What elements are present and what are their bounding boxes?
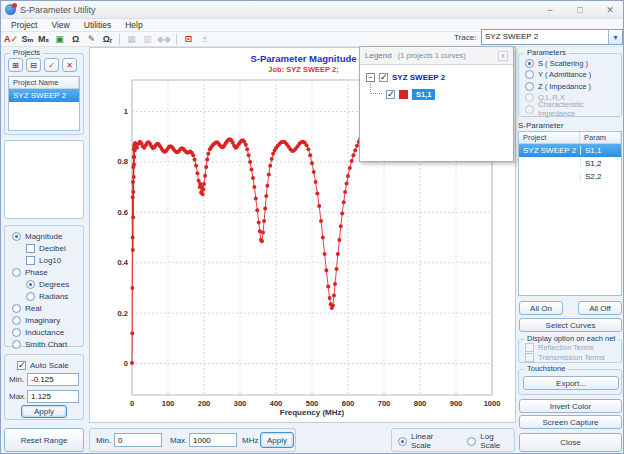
radio-s-scattering[interactable] bbox=[525, 59, 534, 68]
radio-degrees[interactable] bbox=[26, 280, 35, 289]
x-tick-label: 0 bbox=[130, 399, 134, 408]
trace-combobox-value: SYZ SWEEP 2 bbox=[482, 30, 608, 44]
radio-real[interactable] bbox=[12, 304, 21, 313]
confirm-project-button[interactable]: ✓ bbox=[44, 58, 59, 72]
option-decibel[interactable]: Decibel bbox=[26, 242, 83, 254]
parameter-z-impedance[interactable]: Z ( Impedance ) bbox=[525, 81, 621, 92]
empty-listbox[interactable] bbox=[4, 140, 84, 219]
legend-project-checkbox[interactable] bbox=[379, 73, 388, 82]
radio-radians[interactable] bbox=[26, 292, 35, 301]
option-inductance[interactable]: Inductance bbox=[12, 326, 83, 338]
project-row[interactable]: SYZ SWEEP 2 bbox=[9, 89, 79, 102]
impedance-omega-icon[interactable]: Ω bbox=[68, 33, 83, 46]
reset-range-button[interactable]: Reset Range bbox=[4, 428, 84, 452]
data-point bbox=[312, 170, 316, 174]
option-linear-scale[interactable]: Linear Scale bbox=[398, 435, 453, 447]
edit-plot-icon[interactable]: ✎ bbox=[84, 33, 99, 46]
data-point bbox=[260, 239, 264, 243]
menu-utilities[interactable]: Utilities bbox=[77, 20, 118, 30]
radio-magnitude[interactable] bbox=[12, 232, 21, 241]
chevron-down-icon[interactable]: ▼ bbox=[608, 30, 622, 44]
radio-linear-scale[interactable] bbox=[398, 437, 407, 446]
screen-capture-button[interactable]: Screen Capture bbox=[519, 415, 622, 429]
legend-curve-checkbox[interactable] bbox=[386, 90, 395, 99]
option-phase[interactable]: Phase bbox=[12, 266, 83, 278]
freq-max-input[interactable] bbox=[189, 433, 237, 447]
data-point bbox=[336, 252, 340, 256]
radio-log-scale[interactable] bbox=[467, 437, 476, 446]
close-dialog-button[interactable]: Close bbox=[519, 433, 622, 452]
all-off-button[interactable]: All Off bbox=[578, 301, 622, 315]
legend-project-row[interactable]: − SYZ SWEEP 2 bbox=[366, 73, 445, 82]
parameter-s-scattering[interactable]: S ( Scattering ) bbox=[525, 58, 621, 69]
auto-scale-option[interactable]: Auto Scale bbox=[17, 359, 69, 371]
radio-inductance[interactable] bbox=[12, 328, 21, 337]
radio-imaginary[interactable] bbox=[12, 316, 21, 325]
data-point bbox=[254, 196, 258, 200]
option-log10[interactable]: Log10 bbox=[26, 254, 83, 266]
legend-curve-row[interactable]: S1,1 bbox=[386, 89, 435, 100]
radio-z-impedance[interactable] bbox=[525, 82, 534, 91]
sparameter-row[interactable]: S2,2 bbox=[519, 170, 621, 183]
option-imaginary[interactable]: Imaginary bbox=[12, 314, 83, 326]
data-point bbox=[247, 153, 251, 157]
scale-apply-button[interactable]: Apply bbox=[21, 405, 67, 418]
tree-collapse-icon[interactable]: − bbox=[366, 73, 375, 82]
auto-scale-checkbox[interactable] bbox=[17, 361, 26, 370]
option-smith-chart[interactable]: Smith Chart bbox=[12, 338, 83, 350]
scale-max-input[interactable] bbox=[27, 390, 79, 403]
invert-color-button[interactable]: Invert Color bbox=[519, 399, 622, 413]
radio-smith-chart[interactable] bbox=[12, 340, 21, 349]
menu-project[interactable]: Project bbox=[4, 20, 44, 30]
parameters-group: Parameters S ( Scattering )Y ( Admittanc… bbox=[518, 53, 622, 117]
omega-r-icon[interactable]: Ωᵣ bbox=[100, 33, 115, 46]
option-degrees[interactable]: Degrees bbox=[26, 278, 83, 290]
sparameter-row[interactable]: S1,2 bbox=[519, 157, 621, 170]
zoom-select-icon[interactable]: ⊡ bbox=[181, 33, 196, 46]
checkbox-decibel[interactable] bbox=[26, 244, 35, 253]
minimize-button[interactable]: – bbox=[539, 3, 561, 16]
radio-phase[interactable] bbox=[12, 268, 21, 277]
sparameter-row[interactable]: SYZ SWEEP 2S1,1 bbox=[519, 144, 621, 157]
pan-hand-icon[interactable]: ☝ bbox=[197, 33, 212, 46]
data-point bbox=[342, 200, 346, 204]
s-to-m-convert-icon[interactable]: Sₘ bbox=[20, 33, 35, 46]
legend-close-icon[interactable]: x bbox=[498, 51, 508, 61]
label-s-scattering: S ( Scattering ) bbox=[538, 59, 588, 68]
remove-project-button[interactable]: ⊟ bbox=[26, 58, 41, 72]
maximize-button[interactable]: □ bbox=[569, 3, 591, 16]
data-point bbox=[331, 304, 335, 308]
all-on-button[interactable]: All On bbox=[519, 301, 563, 315]
import-data-icon[interactable]: ▣ bbox=[52, 33, 67, 46]
radio-y-admittance[interactable] bbox=[525, 70, 534, 79]
menu-view[interactable]: View bbox=[44, 20, 76, 30]
delete-project-button[interactable]: ✕ bbox=[62, 58, 77, 72]
data-point bbox=[132, 175, 136, 179]
select-curves-button[interactable]: Select Curves bbox=[519, 318, 622, 332]
option-radians[interactable]: Radians bbox=[26, 290, 83, 302]
freq-apply-button[interactable]: Apply bbox=[260, 432, 294, 448]
add-project-button[interactable]: ⊞ bbox=[8, 58, 23, 72]
m-to-s-convert-icon[interactable]: Mₛ bbox=[36, 33, 51, 46]
freq-min-input[interactable] bbox=[114, 433, 162, 447]
close-button[interactable]: ✕ bbox=[599, 3, 621, 16]
legend-header[interactable]: Legend (1 projects 1 curves) x bbox=[360, 47, 513, 65]
checkbox-log10[interactable] bbox=[26, 256, 35, 265]
ac-check-icon[interactable]: A✓ bbox=[3, 33, 19, 46]
label-characteristic-impedance: Characteristic Impedance bbox=[538, 100, 621, 118]
x-axis-label: Frequency (MHz) bbox=[132, 408, 492, 417]
parameter-y-admittance[interactable]: Y ( Admittance ) bbox=[525, 70, 621, 81]
trace-combobox[interactable]: SYZ SWEEP 2 ▼ bbox=[481, 29, 623, 45]
option-magnitude[interactable]: Magnitude bbox=[12, 230, 83, 242]
data-point bbox=[321, 236, 325, 240]
data-point bbox=[193, 157, 197, 161]
display-options-group: MagnitudeDecibelLog10PhaseDegreesRadians… bbox=[4, 225, 84, 347]
export-button[interactable]: Export... bbox=[523, 376, 619, 390]
option-log-scale[interactable]: Log Scale bbox=[467, 435, 514, 447]
net-option-transmission-terms: Transmission Terms bbox=[525, 353, 621, 364]
data-point bbox=[262, 219, 266, 223]
project-row-label: SYZ SWEEP 2 bbox=[9, 91, 79, 100]
menu-help[interactable]: Help bbox=[118, 20, 149, 30]
option-real[interactable]: Real bbox=[12, 302, 83, 314]
scale-min-input[interactable] bbox=[27, 373, 79, 386]
